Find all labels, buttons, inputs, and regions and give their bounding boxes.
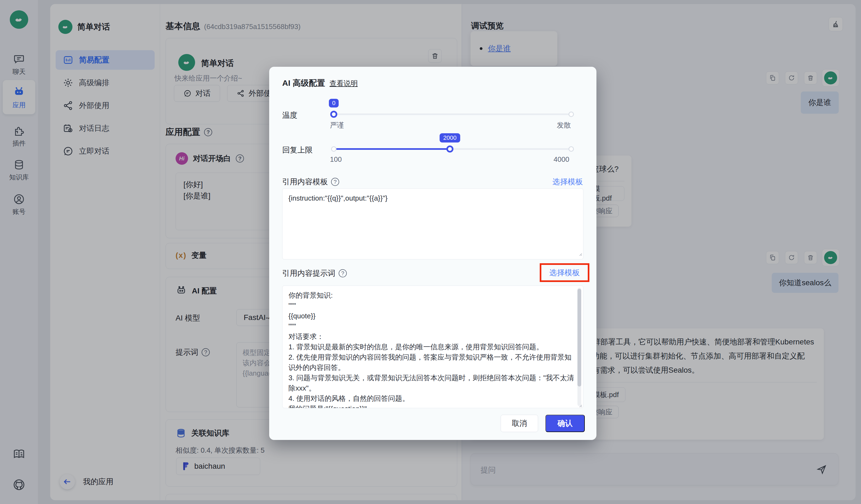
resize-handle-icon[interactable] [578,403,582,408]
max-tokens-label: 回复上限 [282,145,313,155]
help-icon: ? [331,178,339,186]
max-tokens-slider-thumb[interactable] [446,146,453,152]
quote-template-row: 引用内容模板 ? [282,177,339,187]
quote-prompt-textarea[interactable]: 你的背景知识: """ {{quote}} """ 对话要求： 1. 背景知识是… [282,286,584,408]
textarea-scrollbar[interactable] [577,288,581,406]
view-docs-link[interactable]: 查看说明 [329,79,358,88]
max-tokens-value-badge: 2000 [440,133,460,142]
annotation-highlight-box: 选择模板 [540,263,589,282]
scrollbar-thumb[interactable] [577,289,581,386]
cancel-button[interactable]: 取消 [501,415,538,432]
temperature-value-badge: 0 [329,99,339,108]
quote-template-textarea[interactable]: {instruction:"{{q}}",output:"{{a}}"} [282,188,584,259]
temperature-label: 温度 [282,110,297,121]
choose-template-link[interactable]: 选择模板 [552,177,583,187]
resize-handle-icon[interactable] [578,252,582,256]
max-tokens-min-label: 100 [330,155,342,164]
slider-end-dot [569,146,574,152]
ai-advanced-config-modal: AI 高级配置 查看说明 温度 0 严谨 发散 回复上限 2000 100 40… [269,67,597,440]
temperature-max-label: 发散 [557,121,571,130]
slider-end-dot [331,146,337,152]
modal-title: AI 高级配置 [282,78,325,89]
quote-template-label: 引用内容模板 [282,177,328,187]
modal-header: AI 高级配置 查看说明 [282,78,358,89]
quote-prompt-label: 引用内容提示词 [282,268,336,278]
quote-prompt-row: 引用内容提示词 ? [282,268,347,278]
temperature-min-label: 严谨 [330,121,344,130]
slider-fill [334,148,450,150]
help-icon: ? [339,269,347,277]
slider-end-dot [569,111,574,117]
temperature-slider-thumb[interactable] [330,111,337,118]
max-tokens-max-label: 4000 [554,155,569,164]
choose-template-link[interactable]: 选择模板 [549,268,580,278]
confirm-button[interactable]: 确认 [545,415,585,432]
fastgpt-app-config-screen: 聊天 应用 插件 知识库 账号 简单对话 [0,0,861,504]
temperature-slider-track[interactable] [334,113,571,115]
